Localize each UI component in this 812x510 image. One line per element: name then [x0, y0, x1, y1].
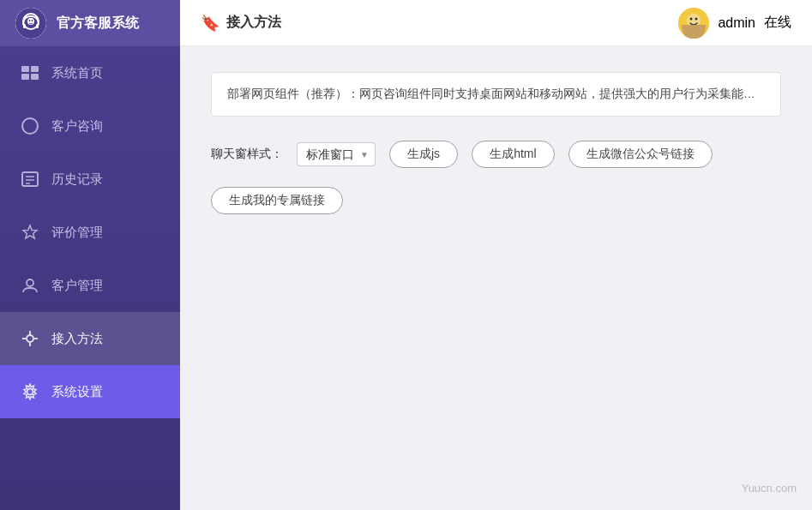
form-row: 聊天窗样式： 标准窗口 悬浮窗口 全屏窗口 生成js 生成html 生成微信公众… [211, 141, 781, 168]
select-wrapper: 标准窗口 悬浮窗口 全屏窗口 [297, 142, 376, 166]
dashboard-icon [21, 63, 39, 82]
svg-point-26 [690, 17, 693, 20]
user-status: 在线 [764, 14, 791, 32]
gen-js-button[interactable]: 生成js [389, 141, 458, 168]
user-avatar [678, 8, 709, 39]
page-title-container: 🔖 接入方法 [201, 14, 281, 33]
sidebar-item-customers[interactable]: 客户管理 [0, 259, 180, 312]
app-title: 官方客服系统 [57, 15, 139, 33]
gen-html-button[interactable]: 生成html [472, 141, 554, 168]
svg-rect-10 [31, 74, 39, 80]
sidebar-item-history[interactable]: 历史记录 [0, 153, 180, 206]
sidebar-item-inquiry[interactable]: 客户咨询 [0, 99, 180, 153]
topbar: 🔖 接入方法 admin 在线 [180, 0, 812, 46]
sidebar-logo: 官方客服系统 [0, 0, 180, 46]
own-link-row: 生成我的专属链接 [211, 185, 781, 214]
svg-point-23 [27, 389, 33, 395]
page-title: 接入方法 [226, 14, 281, 32]
form-label: 聊天窗样式： [211, 147, 283, 162]
info-banner: 部署网页组件（推荐）：网页咨询组件同时支持桌面网站和移动网站，提供强大的用户行为… [211, 72, 781, 117]
svg-rect-7 [21, 66, 29, 72]
evaluation-icon [21, 223, 39, 242]
sidebar-item-label: 系统首页 [51, 65, 103, 81]
svg-marker-16 [23, 225, 37, 238]
svg-point-18 [27, 335, 33, 342]
svg-point-6 [32, 20, 33, 21]
logo-icon [15, 8, 46, 39]
gen-wechat-button[interactable]: 生成微信公众号链接 [568, 141, 713, 168]
sidebar-item-settings[interactable]: 系统设置 [0, 365, 180, 418]
sidebar-item-evaluation[interactable]: 评价管理 [0, 206, 180, 259]
chat-style-select[interactable]: 标准窗口 悬浮窗口 全屏窗口 [297, 142, 376, 166]
content-area: 部署网页组件（推荐）：网页咨询组件同时支持桌面网站和移动网站，提供强大的用户行为… [180, 46, 812, 510]
main-area: 🔖 接入方法 admin 在线 部署网页组件（推荐）：网 [180, 0, 812, 510]
customers-icon [21, 276, 39, 295]
access-icon [21, 329, 39, 348]
history-icon [21, 170, 39, 189]
sidebar-item-label: 接入方法 [51, 331, 103, 347]
sidebar-nav: 系统首页 客户咨询 历史记录 [0, 46, 180, 510]
settings-icon [21, 382, 39, 401]
sidebar-item-label: 客户管理 [51, 278, 103, 294]
svg-rect-9 [21, 74, 29, 80]
user-name: admin [718, 15, 755, 31]
gen-own-button[interactable]: 生成我的专属链接 [211, 187, 343, 214]
sidebar-item-label: 系统设置 [51, 384, 103, 400]
watermark: Yuucn.com [742, 482, 797, 495]
sidebar-item-label: 评价管理 [51, 225, 103, 241]
sidebar-item-access[interactable]: 接入方法 [0, 312, 180, 365]
sidebar-item-dashboard[interactable]: 系统首页 [0, 46, 180, 99]
svg-point-5 [29, 20, 31, 21]
sidebar-item-label: 历史记录 [51, 171, 103, 188]
sidebar-item-label: 客户咨询 [51, 118, 103, 135]
svg-point-11 [22, 118, 38, 134]
svg-point-17 [27, 279, 33, 286]
svg-point-27 [695, 17, 698, 20]
sidebar: 官方客服系统 系统首页 客户咨询 [0, 0, 180, 510]
bookmark-icon: 🔖 [201, 14, 220, 33]
user-info: admin 在线 [678, 8, 791, 39]
svg-rect-8 [31, 66, 39, 72]
inquiry-icon [21, 117, 39, 135]
